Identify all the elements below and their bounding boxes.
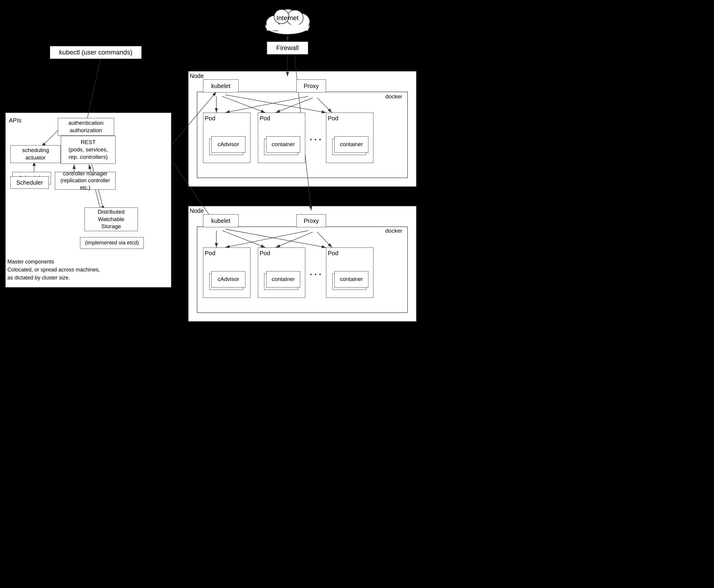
svg-line-21 [225, 229, 326, 248]
node1-pod3-container3: container [334, 136, 369, 153]
node1-docker-label: docker [385, 93, 402, 100]
distributed-storage-box: Distributed Watchable Storage [84, 207, 138, 231]
svg-line-15 [225, 95, 326, 112]
scheduling-actuator-box: scheduling actuator [10, 145, 61, 163]
internet-label: Internet [261, 14, 314, 22]
node1-kubelet-box: kubelet [203, 79, 238, 92]
node2-dots: · · · [310, 270, 321, 279]
etcd-label: (implemented via etcd) [80, 237, 144, 249]
controller-manager-box: controller manager (replication controll… [55, 172, 115, 190]
rest-box: REST (pods, services, rep. controllers) [61, 136, 115, 164]
diagram-area: Internet Firewall kubectl (user commands… [0, 0, 714, 588]
svg-rect-38 [267, 25, 308, 30]
svg-line-24 [317, 232, 332, 248]
node2-label: Node [190, 207, 204, 214]
node2-kubelet-box: kubelet [203, 214, 238, 227]
auth-box: authentication authorization [58, 118, 114, 136]
kubectl-box: kubectl (user commands) [50, 46, 142, 59]
node2-docker-label: docker [385, 228, 402, 234]
node1-pod2-container3: container [266, 136, 300, 153]
node2-pod3-container3: container [334, 271, 369, 288]
node1-label: Node [190, 72, 204, 79]
svg-line-18 [317, 98, 332, 112]
svg-line-16 [225, 96, 308, 112]
master-components-label: Master components Colocated, or spread a… [7, 258, 102, 282]
node2-proxy-box: Proxy [296, 214, 326, 227]
node1-pod1-cadvisor3: cAdvisor [211, 136, 246, 153]
node1-proxy-box: Proxy [296, 79, 326, 92]
node2-pod1-cadvisor3: cAdvisor [211, 271, 246, 288]
svg-line-23 [276, 232, 313, 248]
scheduler-box-2: Scheduler [10, 176, 49, 189]
svg-line-22 [225, 231, 308, 248]
node1-dots: · · · [310, 135, 321, 144]
apis-label: APIs [9, 117, 21, 124]
svg-line-20 [222, 231, 265, 248]
firewall-box: Firewall [267, 41, 308, 55]
svg-line-14 [222, 96, 265, 112]
node2-pod2-container3: container [266, 271, 300, 288]
internet-cloud: Internet [261, 5, 314, 35]
svg-line-17 [276, 98, 313, 112]
